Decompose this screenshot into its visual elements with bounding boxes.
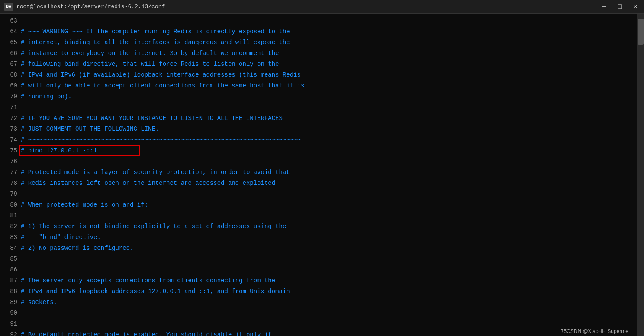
line-81: 81 (0, 210, 637, 221)
line-content-80: # When protected mode is on and if: (21, 200, 148, 210)
line-70: 70# running on). (0, 91, 637, 102)
line-76: 76 (0, 156, 637, 167)
line-num-67: 67 (2, 59, 17, 70)
line-88: 88# IPv4 and IPv6 loopback addresses 127… (0, 286, 637, 297)
line-content-69: # will only be able to accept client con… (21, 81, 304, 91)
line-content-89: # sockets. (21, 297, 57, 308)
watermark: 75CSDN @XiaoHH Superme (561, 328, 628, 334)
line-num-79: 79 (2, 189, 17, 200)
content-area: 63 64# ~~~ WARNING ~~~ If the computer r… (0, 14, 644, 336)
line-content-90 (21, 308, 24, 319)
line-content-82: # 1) The server is not binding explicitl… (21, 221, 286, 232)
line-num-88: 88 (2, 286, 17, 297)
line-num-69: 69 (2, 81, 17, 91)
line-content-84: # 2) No password is configured. (21, 243, 133, 254)
line-77: 77# Protected mode is a layer of securit… (0, 167, 637, 178)
line-content-83: # "bind" directive. (21, 232, 101, 243)
window-controls: ─ □ ✕ (600, 3, 640, 10)
line-content-73: # JUST COMMENT OUT THE FOLLOWING LINE. (21, 124, 159, 135)
line-content-74: # ~~~~~~~~~~~~~~~~~~~~~~~~~~~~~~~~~~~~~~… (21, 135, 301, 145)
line-64: 64# ~~~ WARNING ~~~ If the computer runn… (0, 26, 637, 37)
line-num-90: 90 (2, 308, 17, 319)
line-63: 63 (0, 16, 637, 26)
line-num-63: 63 (2, 16, 17, 26)
scrollbar-thumb[interactable] (638, 19, 644, 45)
titlebar: BA root@localhost:/opt/server/redis-6.2.… (0, 0, 644, 14)
line-content-78: # Redis instances left open on the inter… (21, 178, 279, 189)
line-content-92: # By default protected mode is enabled. … (21, 330, 272, 336)
line-content-64: # ~~~ WARNING ~~~ If the computer runnin… (21, 26, 290, 37)
line-content-63 (21, 16, 24, 26)
line-content-75: # bind 127.0.0.1 -::1 (21, 145, 97, 156)
window-title: root@localhost:/opt/server/redis-6.2.13/… (16, 3, 600, 10)
line-num-75: 75 (2, 145, 17, 156)
close-button[interactable]: ✕ (631, 3, 640, 10)
line-content-67: # following bind directive, that will fo… (21, 59, 279, 70)
line-86: 86 (0, 265, 637, 275)
line-num-77: 77 (2, 167, 17, 178)
line-content-81 (21, 210, 24, 221)
line-num-78: 78 (2, 178, 17, 189)
line-content-77: # Protected mode is a layer of security … (21, 167, 290, 178)
line-78: 78# Redis instances left open on the int… (0, 178, 637, 189)
line-num-74: 74 (2, 135, 17, 145)
line-num-73: 73 (2, 124, 17, 135)
line-75: 75# bind 127.0.0.1 -::1 (0, 145, 637, 156)
line-67: 67# following bind directive, that will … (0, 59, 637, 70)
line-num-83: 83 (2, 232, 17, 243)
line-content-76 (21, 156, 24, 167)
line-content-70: # running on). (21, 91, 72, 102)
line-num-68: 68 (2, 70, 17, 81)
line-num-91: 91 (2, 319, 17, 330)
line-83: 83# "bind" directive. (0, 232, 637, 243)
line-79: 79 (0, 189, 637, 200)
minimize-button[interactable]: ─ (600, 3, 609, 10)
line-num-89: 89 (2, 297, 17, 308)
line-num-80: 80 (2, 200, 17, 210)
scrollbar[interactable] (637, 14, 644, 336)
line-num-86: 86 (2, 265, 17, 275)
line-num-64: 64 (2, 26, 17, 37)
line-content-65: # internet, binding to all the interface… (21, 37, 290, 48)
line-90: 90 (0, 308, 637, 319)
line-content-87: # The server only accepts connections fr… (21, 275, 275, 286)
line-content-85 (21, 254, 24, 265)
line-66: 66# instance to everybody on the interne… (0, 48, 637, 59)
line-num-81: 81 (2, 210, 17, 221)
line-87: 87# The server only accepts connections … (0, 275, 637, 286)
line-65: 65# internet, binding to all the interfa… (0, 37, 637, 48)
line-content-66: # instance to everybody on the internet.… (21, 48, 279, 59)
line-content-68: # IPv4 and IPv6 (if available) loopback … (21, 70, 301, 81)
line-68: 68# IPv4 and IPv6 (if available) loopbac… (0, 70, 637, 81)
line-num-70: 70 (2, 91, 17, 102)
line-91: 91 (0, 319, 637, 330)
line-89: 89# sockets. (0, 297, 637, 308)
app-icon: BA (4, 3, 13, 11)
line-num-76: 76 (2, 156, 17, 167)
line-80: 80# When protected mode is on and if: (0, 200, 637, 210)
line-71: 71 (0, 102, 637, 113)
terminal-body[interactable]: 63 64# ~~~ WARNING ~~~ If the computer r… (0, 14, 637, 336)
line-73: 73# JUST COMMENT OUT THE FOLLOWING LINE. (0, 124, 637, 135)
line-num-66: 66 (2, 48, 17, 59)
line-74: 74# ~~~~~~~~~~~~~~~~~~~~~~~~~~~~~~~~~~~~… (0, 135, 637, 145)
line-num-87: 87 (2, 275, 17, 286)
terminal-window: BA root@localhost:/opt/server/redis-6.2.… (0, 0, 644, 336)
line-69: 69# will only be able to accept client c… (0, 81, 637, 91)
line-num-71: 71 (2, 102, 17, 113)
line-85: 85 (0, 254, 637, 265)
line-num-82: 82 (2, 221, 17, 232)
line-content-91 (21, 319, 24, 330)
code-lines: 63 64# ~~~ WARNING ~~~ If the computer r… (0, 16, 637, 336)
line-num-65: 65 (2, 37, 17, 48)
line-content-88: # IPv4 and IPv6 loopback addresses 127.0… (21, 286, 290, 297)
line-num-85: 85 (2, 254, 17, 265)
line-72: 72# IF YOU ARE SURE YOU WANT YOUR INSTAN… (0, 113, 637, 124)
line-num-92: 92 (2, 330, 17, 336)
line-content-71 (21, 102, 24, 113)
line-84: 84# 2) No password is configured. (0, 243, 637, 254)
maximize-button[interactable]: □ (615, 3, 624, 10)
line-82: 82# 1) The server is not binding explici… (0, 221, 637, 232)
line-content-79 (21, 189, 24, 200)
line-content-86 (21, 265, 24, 275)
